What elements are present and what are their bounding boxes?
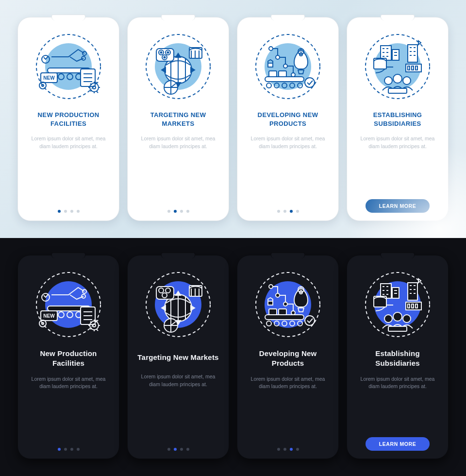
markets-icon [142,30,215,103]
svg-rect-59 [388,88,407,93]
dot-2[interactable] [64,448,67,451]
dot-2[interactable] [174,210,177,213]
svg-point-91 [283,302,287,306]
subsidiaries-icon [361,30,434,103]
card-description: Lorem ipsum dolor sit amet, mea diam lau… [134,373,222,389]
card-description: Lorem ipsum dolor sit amet, mea diam lau… [244,375,332,391]
phone-notch [381,253,415,258]
svg-point-75 [93,324,96,327]
svg-rect-116 [388,326,407,331]
svg-point-114 [393,312,402,321]
svg-rect-104 [279,309,286,315]
dot-2[interactable] [283,210,286,213]
card-title: ESTABLISHING SUBSIDIARIES [354,111,441,128]
dot-1[interactable] [167,210,170,213]
dot-3[interactable] [70,448,73,451]
learn-more-button[interactable]: LEARN MORE [366,437,430,451]
dot-2[interactable] [283,448,286,451]
phone-notch [381,15,415,20]
card-description: Lorem ipsum dolor sit amet, mea diam lau… [25,135,112,151]
phone-card-light-2: TARGETING NEW MARKETS Lorem ipsum dolor … [127,17,229,221]
phone-notch [161,15,195,20]
phone-card-dark-1: NEW New Production Facilities Lorem ipsu… [17,255,119,459]
phone-notch [271,253,305,258]
page-indicator [58,203,80,213]
dot-4[interactable] [296,448,299,451]
phone-notch [51,253,85,258]
svg-point-48 [305,78,315,87]
svg-text:$: $ [300,50,302,54]
dot-1[interactable] [58,210,61,213]
svg-rect-40 [265,77,304,82]
svg-point-113 [384,315,392,323]
markets-icon [142,268,215,341]
subsidiaries-icon [361,268,434,341]
card-title: NEW PRODUCTION FACILITIES [25,111,112,128]
phone-card-dark-4: Establishing Subsidiaries Lorem ipsum do… [347,255,449,459]
phone-card-dark-2: Targeting New Markets Lorem ipsum dolor … [127,255,229,459]
dot-3[interactable] [290,210,293,213]
svg-point-26 [167,52,169,53]
svg-point-56 [384,77,392,85]
svg-point-25 [161,52,162,53]
products-icon: $ [251,30,324,103]
dark-row: NEW New Production Facilities Lorem ipsu… [0,238,466,476]
page-indicator [277,203,299,213]
dot-4[interactable] [77,210,80,213]
card-title: New Production Facilities [25,349,112,369]
card-title: TARGETING NEW MARKETS [134,111,222,128]
learn-more-button[interactable]: LEARN MORE [366,199,430,213]
card-description: Lorem ipsum dolor sit amet, mea diam lau… [134,135,222,151]
dot-2[interactable] [64,210,67,213]
card-description: Lorem ipsum dolor sit amet, mea diam lau… [354,135,441,151]
dot-1[interactable] [167,448,170,451]
dot-1[interactable] [277,448,280,451]
dot-3[interactable] [70,210,73,213]
svg-rect-36 [268,63,273,67]
svg-point-90 [276,293,280,297]
products-icon: $ [251,268,324,341]
svg-text:$: $ [300,288,302,292]
page-indicator [58,441,80,451]
dot-4[interactable] [186,210,189,213]
svg-rect-46 [269,71,277,77]
page-indicator [167,203,189,213]
svg-point-92 [291,311,295,315]
dot-4[interactable] [77,448,80,451]
dot-1[interactable] [58,448,61,451]
dot-2[interactable] [174,448,177,451]
phone-notch [51,15,85,20]
dot-3[interactable] [180,210,183,213]
phone-card-light-1: NEW NEW PRODUCTION FACILITIES Lorem ipsu… [17,17,119,221]
svg-point-105 [305,316,315,325]
svg-rect-110 [408,283,417,300]
phone-notch [161,253,195,258]
svg-point-57 [393,74,402,83]
card-title: Establishing Subsidiaries [354,349,441,369]
phone-card-light-3: $ DEVELOPING NEW PRODUCTS Lorem ipsum do… [237,17,339,221]
dot-4[interactable] [186,448,189,451]
svg-text:NEW: NEW [43,75,55,81]
svg-point-15 [93,86,96,89]
card-title: Targeting New Markets [134,349,221,366]
svg-point-41 [266,83,271,88]
svg-rect-93 [268,301,273,305]
page-indicator [277,441,299,451]
phone-card-dark-3: $ Developing New Products Lorem ipsum do… [237,255,339,459]
svg-point-32 [269,47,273,51]
svg-rect-47 [279,71,286,77]
phone-notch [271,15,305,20]
svg-point-27 [164,57,166,58]
dot-4[interactable] [296,210,299,213]
light-row: NEW NEW PRODUCTION FACILITIES Lorem ipsu… [0,0,466,238]
dot-3[interactable] [290,448,293,451]
production-icon: NEW [32,30,105,103]
production-icon: NEW [32,268,105,341]
dot-1[interactable] [277,210,280,213]
svg-point-33 [276,55,280,59]
svg-point-89 [269,285,273,289]
svg-point-35 [291,73,295,77]
svg-rect-53 [408,45,417,62]
svg-point-98 [266,321,271,326]
dot-3[interactable] [180,448,183,451]
